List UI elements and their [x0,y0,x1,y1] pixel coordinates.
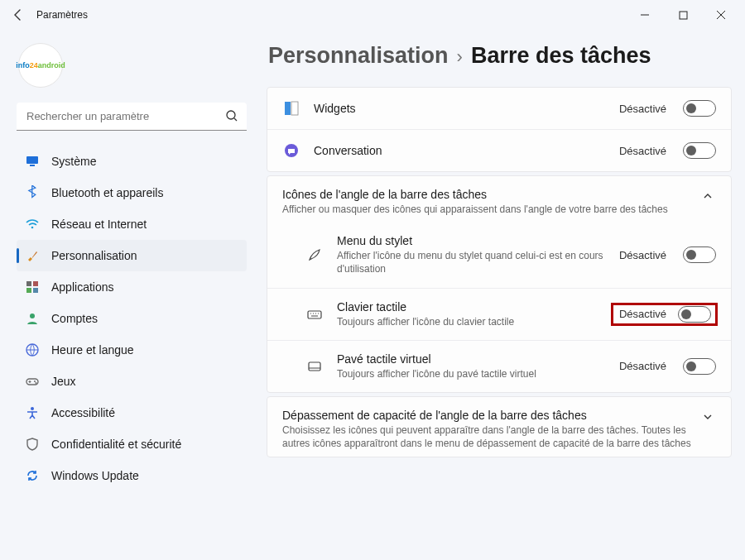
window-controls [626,2,740,28]
main-content: Personnalisation › Barre des tâches Widg… [258,30,745,560]
svg-point-12 [34,381,36,382]
virtual-touchpad-toggle[interactable] [683,358,716,375]
corner-section-header[interactable]: Icônes de l'angle de la barre des tâches… [267,176,731,223]
close-button[interactable] [702,2,740,28]
svg-point-4 [31,227,34,229]
conversation-toggle[interactable] [683,142,716,159]
minimize-button[interactable] [626,2,664,28]
section-title: Icônes de l'angle de la barre des tâches [282,188,699,201]
sidebar-item-time[interactable]: Heure et langue [17,334,247,366]
sidebar-item-label: Système [51,155,96,168]
sidebar-item-label: Personnalisation [51,249,137,262]
row-pen-menu[interactable]: Menu du stylet Afficher l'icône du menu … [267,223,731,287]
chevron-right-icon: › [457,46,463,68]
chevron-up-icon [699,188,716,204]
svg-rect-18 [308,311,321,318]
svg-rect-3 [30,165,35,166]
brush-icon [25,248,40,263]
pen-toggle[interactable] [683,246,716,263]
titlebar: Paramètres [0,0,745,30]
row-widgets[interactable]: Widgets Désactivé [267,88,731,129]
taskbar-items-card: Widgets Désactivé Conversation Désactivé [267,87,732,172]
svg-rect-7 [26,288,31,293]
sidebar-item-privacy[interactable]: Confidentialité et sécurité [17,428,247,460]
svg-rect-2 [26,156,38,164]
svg-point-13 [36,382,37,384]
svg-point-1 [227,111,235,119]
section-title: Dépassement de capacité de l'angle de la… [282,409,699,422]
sidebar-item-label: Réseau et Internet [51,218,147,231]
row-conversation[interactable]: Conversation Désactivé [267,129,731,171]
sidebar: info24android SystèmeBluetooth et appare… [0,30,258,560]
sidebar-item-system[interactable]: Système [17,146,247,177]
person-icon [25,311,40,326]
access-icon [25,405,40,420]
section-desc: Choisissez les icônes qui peuvent appara… [282,424,699,450]
search-input[interactable] [17,103,247,131]
row-touch-keyboard[interactable]: Clavier tactile Toujours afficher l'icôn… [267,288,731,340]
section-desc: Afficher ou masquer des icônes qui appar… [282,203,699,216]
row-label: Conversation [314,144,606,157]
touchpad-icon [305,357,324,376]
sidebar-item-personal[interactable]: Personnalisation [17,240,247,271]
highlight-box: Désactivé [613,304,716,324]
sidebar-item-network[interactable]: Réseau et Internet [17,208,247,240]
search-icon [225,109,238,126]
settings-scroll[interactable]: Widgets Désactivé Conversation Désactivé [267,87,737,546]
row-label: Widgets [314,102,606,115]
minimize-icon [640,10,650,20]
profile-row[interactable]: info24android [18,43,247,88]
row-desc: Afficher l'icône du menu du stylet quand… [337,249,606,275]
avatar: info24android [18,43,63,88]
overflow-card: Dépassement de capacité de l'angle de la… [267,396,732,457]
maximize-icon [679,11,688,20]
page-title: Barre des tâches [471,43,651,69]
sidebar-item-label: Confidentialité et sécurité [51,438,181,451]
svg-rect-5 [26,281,31,286]
toggle-state: Désactivé [619,103,666,115]
svg-rect-15 [285,102,291,115]
window-title: Paramètres [36,9,88,21]
sidebar-item-access[interactable]: Accessibilité [17,397,247,428]
breadcrumb-parent[interactable]: Personnalisation [268,43,449,69]
nav-list: SystèmeBluetooth et appareilsRéseau et I… [17,146,247,491]
back-button[interactable] [5,2,31,28]
row-virtual-touchpad[interactable]: Pavé tactile virtuel Toujours afficher l… [267,340,731,392]
pen-icon [305,246,324,264]
svg-rect-0 [680,12,687,19]
row-label: Pavé tactile virtuel [337,352,606,366]
monitor-icon [25,154,40,169]
sidebar-item-label: Heure et langue [51,343,134,357]
sidebar-item-label: Jeux [51,375,76,388]
corner-icons-card: Icônes de l'angle de la barre des tâches… [267,175,732,393]
sidebar-item-label: Comptes [51,312,98,325]
svg-rect-8 [33,288,38,293]
close-icon [716,10,726,20]
keyboard-icon [305,305,324,323]
toggle-state: Désactivé [619,308,666,320]
sidebar-item-label: Accessibilité [51,406,115,419]
touch-keyboard-toggle[interactable] [678,306,711,323]
sidebar-item-apps[interactable]: Applications [17,271,247,303]
sidebar-item-accounts[interactable]: Comptes [17,303,247,334]
svg-rect-16 [291,102,298,115]
chat-icon [282,141,300,160]
overflow-section-header[interactable]: Dépassement de capacité de l'angle de la… [267,397,731,457]
sidebar-item-bluetooth[interactable]: Bluetooth et appareils [17,177,247,208]
search-box[interactable] [17,103,247,131]
update-icon [25,468,40,483]
svg-rect-11 [26,379,38,385]
sidebar-item-update[interactable]: Windows Update [17,460,247,491]
row-desc: Toujours afficher l'icône du clavier tac… [337,315,599,328]
maximize-button[interactable] [664,2,702,28]
svg-point-14 [31,407,34,410]
sidebar-item-gaming[interactable]: Jeux [17,366,247,397]
toggle-state: Désactivé [619,249,666,261]
globe-icon [25,342,40,357]
svg-point-9 [30,314,35,318]
gamepad-icon [25,374,40,389]
wifi-icon [25,217,40,232]
row-desc: Toujours afficher l'icône du pavé tactil… [337,367,606,381]
shield-icon [25,437,40,452]
widgets-toggle[interactable] [683,100,716,117]
